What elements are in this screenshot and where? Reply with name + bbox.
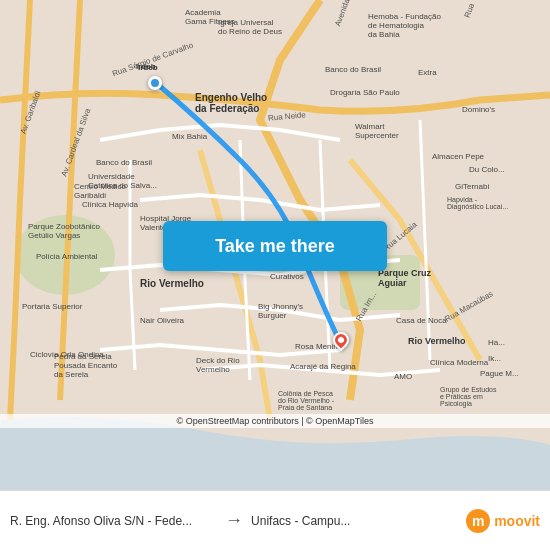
take-me-there-button[interactable]: Take me there: [163, 221, 387, 271]
arrow-icon: →: [217, 510, 251, 531]
map-area[interactable]: AcademiaGama Fitness Igreja Universaldo …: [0, 0, 550, 490]
route-from-label: R. Eng. Afonso Oliva S/N - Fede...: [10, 514, 217, 528]
map-attribution: © OpenStreetMap contributors | © OpenMap…: [0, 414, 550, 428]
bottom-bar: R. Eng. Afonso Oliva S/N - Fede... → Uni…: [0, 490, 550, 550]
moovit-logo-text: moovit: [494, 513, 540, 529]
route-to-label: Unifacs - Campu...: [251, 514, 458, 528]
origin-marker: [148, 76, 162, 90]
moovit-logo: m moovit: [466, 509, 540, 533]
irdeb-label: Irdeb: [138, 63, 158, 72]
moovit-logo-icon: m: [466, 509, 490, 533]
app-container: AcademiaGama Fitness Igreja Universaldo …: [0, 0, 550, 550]
